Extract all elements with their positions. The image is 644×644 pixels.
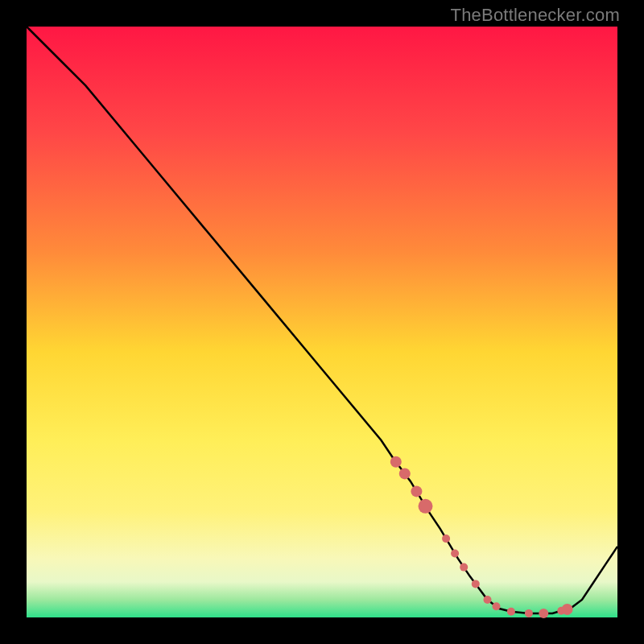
bottleneck-curve xyxy=(27,27,617,613)
data-point xyxy=(451,550,459,558)
data-point xyxy=(390,456,402,468)
data-point xyxy=(493,602,501,610)
data-point xyxy=(460,564,468,572)
watermark-text: TheBottlenecker.com xyxy=(451,5,620,26)
data-point xyxy=(539,609,548,618)
data-point xyxy=(399,468,411,479)
data-point xyxy=(472,580,480,588)
data-point xyxy=(484,596,492,604)
data-point xyxy=(525,609,533,617)
data-point xyxy=(442,535,450,543)
data-point xyxy=(419,499,433,514)
data-point xyxy=(562,604,573,615)
plot-area xyxy=(27,27,617,617)
curve-layer xyxy=(27,27,617,617)
data-point xyxy=(411,485,422,497)
data-point xyxy=(507,608,515,616)
chart-root: TheBottlenecker.com xyxy=(0,0,644,644)
